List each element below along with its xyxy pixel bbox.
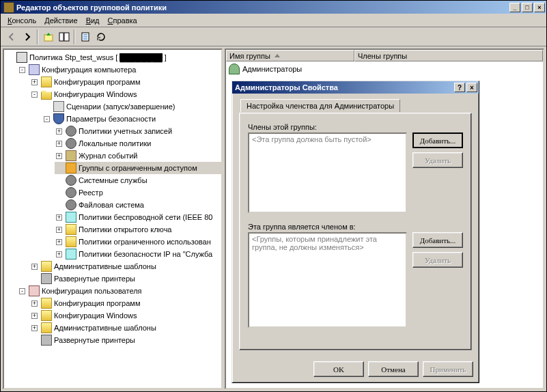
tree-security[interactable]: Параметры безопасности bbox=[66, 115, 156, 123]
tab-membership[interactable]: Настройка членства для Администраторы bbox=[240, 99, 400, 112]
tree-user-config[interactable]: Конфигурация пользователя bbox=[42, 287, 142, 295]
minimize-button[interactable]: _ bbox=[509, 3, 520, 12]
svg-rect-2 bbox=[64, 33, 69, 41]
expander[interactable]: + bbox=[56, 251, 62, 257]
expander[interactable]: + bbox=[31, 313, 38, 319]
script-icon bbox=[53, 101, 64, 112]
apply-button[interactable]: Применить bbox=[423, 361, 473, 377]
folder-icon bbox=[41, 310, 52, 321]
gear-icon bbox=[66, 175, 76, 186]
toolbar-forward-button[interactable] bbox=[19, 29, 35, 44]
tree-admin-templates2[interactable]: Административные шаблоны bbox=[54, 324, 156, 332]
expander[interactable]: - bbox=[19, 288, 25, 294]
tree-windows[interactable]: Конфигурация Windows bbox=[54, 90, 137, 98]
expander[interactable]: + bbox=[56, 128, 62, 135]
tree-printers2[interactable]: Развернутые принтеры bbox=[54, 336, 135, 344]
sort-asc-icon bbox=[275, 54, 280, 57]
dialog-help-button[interactable]: ? bbox=[454, 83, 465, 92]
expander[interactable]: + bbox=[56, 141, 62, 147]
expander[interactable]: + bbox=[56, 239, 62, 245]
book-icon bbox=[66, 150, 76, 161]
app-icon bbox=[3, 2, 14, 13]
toolbar-show-hide-button[interactable] bbox=[56, 29, 72, 44]
members-label: Члены этой группы: bbox=[248, 123, 463, 131]
toolbar bbox=[1, 27, 546, 46]
dialog-close-button[interactable]: × bbox=[466, 83, 477, 92]
folder-icon bbox=[41, 322, 52, 333]
window-title: Редактор объектов групповой политики bbox=[16, 3, 509, 12]
members-listbox[interactable]: <Эта группа должна быть пустой> bbox=[248, 132, 407, 213]
tree-account[interactable]: Политики учетных записей bbox=[79, 127, 172, 135]
memberof-delete-button[interactable]: Удалить bbox=[412, 252, 463, 268]
tree-ipsec[interactable]: Политики безопасности IP на "Служба bbox=[79, 250, 212, 258]
expander[interactable]: - bbox=[31, 92, 38, 98]
column-group-name[interactable]: Имя группы bbox=[226, 50, 354, 61]
tree-software-restriction[interactable]: Политики ограниченного использован bbox=[79, 238, 211, 246]
svg-rect-0 bbox=[44, 35, 53, 41]
expander[interactable]: + bbox=[31, 264, 38, 270]
members-add-button[interactable]: Добавить... bbox=[412, 132, 463, 148]
wireless-icon bbox=[66, 212, 76, 223]
menu-console[interactable]: Консоль bbox=[3, 15, 40, 26]
expander[interactable]: + bbox=[56, 227, 62, 233]
close-button[interactable]: × bbox=[534, 3, 545, 12]
expander[interactable]: + bbox=[31, 325, 38, 331]
tree-restricted-groups[interactable]: Группы с ограниченным доступом bbox=[79, 164, 197, 172]
toolbar-refresh-button[interactable] bbox=[93, 29, 109, 44]
tree-panel[interactable]: Политика Stp_test_wsus [████████] -Конфи… bbox=[3, 48, 223, 389]
menu-action[interactable]: Действие bbox=[40, 15, 81, 26]
group-icon bbox=[229, 64, 240, 74]
cancel-button[interactable]: Отмена bbox=[368, 361, 419, 377]
tree-registry[interactable]: Реестр bbox=[79, 188, 103, 197]
tree-root[interactable]: Политика Stp_test_wsus [ bbox=[29, 53, 117, 61]
toolbar-export-button[interactable] bbox=[77, 29, 93, 44]
folder-icon bbox=[41, 261, 52, 272]
toolbar-back-button[interactable] bbox=[3, 29, 19, 44]
computer-icon bbox=[29, 64, 40, 75]
expander[interactable]: + bbox=[56, 153, 62, 159]
printer-icon bbox=[41, 335, 52, 346]
shield-icon bbox=[53, 113, 64, 124]
network-icon bbox=[66, 249, 76, 260]
ok-button[interactable]: OK bbox=[313, 361, 364, 377]
folder-open-icon bbox=[41, 89, 52, 100]
gear-icon bbox=[66, 138, 76, 149]
column-members[interactable]: Члены группы bbox=[354, 50, 543, 61]
dialog-title: Администраторы Свойства bbox=[235, 83, 454, 92]
menu-help[interactable]: Справка bbox=[104, 15, 141, 26]
tree-publickey[interactable]: Политики открытого ключа bbox=[79, 225, 171, 234]
tree-printers[interactable]: Развернутые принтеры bbox=[54, 275, 135, 283]
expander[interactable]: - bbox=[19, 67, 25, 73]
expander[interactable]: + bbox=[31, 300, 38, 307]
toolbar-up-button[interactable] bbox=[40, 29, 56, 44]
tree-admin-templates[interactable]: Административные шаблоны bbox=[54, 262, 156, 270]
titlebar: Редактор объектов групповой политики _ □… bbox=[1, 1, 546, 14]
expander[interactable]: + bbox=[56, 214, 62, 221]
expander[interactable]: - bbox=[44, 116, 50, 122]
tree-eventlog[interactable]: Журнал событий bbox=[79, 152, 137, 160]
tree-programs[interactable]: Конфигурация программ bbox=[54, 78, 140, 86]
tree-wireless[interactable]: Политики беспроводной сети (IEEE 80 bbox=[79, 213, 212, 221]
memberof-listbox[interactable]: <Группы, которым принадлежит эта группа,… bbox=[248, 232, 407, 328]
memberof-add-button[interactable]: Добавить... bbox=[412, 232, 463, 248]
gear-icon bbox=[66, 187, 76, 198]
tree-windows2[interactable]: Конфигурация Windows bbox=[54, 311, 137, 320]
folder-icon bbox=[41, 76, 52, 87]
tree-scenarios[interactable]: Сценарии (запуск/завершение) bbox=[66, 102, 175, 111]
members-delete-button[interactable]: Удалить bbox=[412, 152, 463, 168]
expander[interactable]: + bbox=[31, 79, 38, 85]
printer-icon bbox=[41, 273, 52, 284]
dialog-titlebar: Администраторы Свойства ? × bbox=[232, 81, 479, 94]
maximize-button[interactable]: □ bbox=[522, 3, 533, 12]
folder-icon bbox=[66, 236, 76, 247]
tree-filesystem[interactable]: Файловая система bbox=[79, 201, 144, 209]
tree-programs2[interactable]: Конфигурация программ bbox=[54, 299, 140, 307]
list-row[interactable]: Администраторы bbox=[227, 63, 542, 75]
tree-services[interactable]: Системные службы bbox=[79, 176, 148, 184]
policy-icon bbox=[16, 52, 27, 63]
menu-view[interactable]: Вид bbox=[82, 15, 104, 26]
tree-local[interactable]: Локальные политики bbox=[79, 139, 151, 148]
user-icon bbox=[29, 285, 40, 296]
tree-computer-config[interactable]: Конфигурация компьютера bbox=[42, 66, 136, 74]
tab-pane: Члены этой группы: <Эта группа должна бы… bbox=[239, 113, 472, 350]
